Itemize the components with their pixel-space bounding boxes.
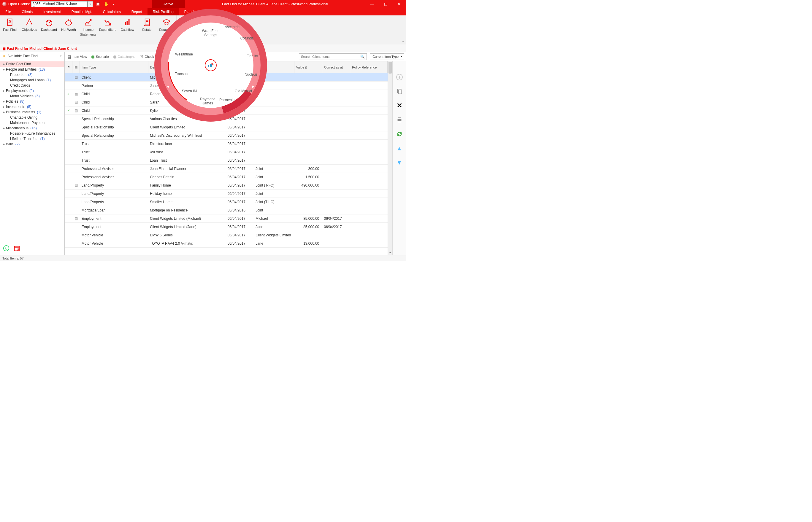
col-policy-reference[interactable]: Policy Reference (350, 61, 388, 73)
tree-miscellaneous[interactable]: ▶Miscellaneous (16) (0, 125, 64, 131)
menu-report[interactable]: Report (126, 8, 148, 16)
radial-prev-icon[interactable]: ◀ (167, 85, 169, 88)
menu-calculators[interactable]: Calculators (98, 8, 126, 16)
tree-charitable-giving[interactable]: Charitable Giving (0, 115, 64, 120)
radial-item-wrap-feed-settings[interactable]: Wrap Feed Settings (197, 29, 224, 37)
radial-item-ascentric[interactable]: Ascentric (219, 25, 246, 29)
ribbon-expenditure-button[interactable]: Expenditure (98, 17, 117, 32)
document-tab-icon: ▣ (2, 46, 6, 51)
tree-policies[interactable]: ▶Policies (8) (0, 99, 64, 104)
tree-properties[interactable]: Properties (3) (0, 72, 64, 77)
sidebar-dropdown-icon[interactable]: ▼ (60, 55, 62, 58)
table-row[interactable]: Special RelationshipClient Widgets Limit… (65, 123, 388, 132)
app-orb-icon[interactable] (2, 2, 6, 6)
tree-mortgages-and-loans[interactable]: Mortgages and Loans (1) (0, 77, 64, 83)
tree-maintenance-payments[interactable]: Maintenance Payments (0, 120, 64, 125)
table-row[interactable]: EmploymentClient Widgets Limited (Jane)0… (65, 223, 388, 231)
close-client-button[interactable] (95, 1, 101, 7)
radial-menu[interactable]: ◀ ▶ Wrap Feed SettingsAscentricCofundsFi… (154, 9, 267, 122)
minimize-button[interactable]: — (365, 0, 379, 8)
open-clients-dropdown[interactable]: 3055: Michael Client & Jane C... (31, 1, 88, 7)
menu-investment[interactable]: Investment (38, 8, 66, 16)
open-clients-dropdown-button[interactable]: ▼ (88, 1, 93, 7)
table-row[interactable]: TrustLoan Trust06/04/2017 (65, 156, 388, 165)
scroll-thumb[interactable] (388, 62, 392, 74)
table-row[interactable]: ▤EmploymentClient Widgets Limited (Micha… (65, 215, 388, 223)
menu-practice-mgt-[interactable]: Practice Mgt. (66, 8, 98, 16)
note-icon: ▤ (75, 217, 78, 221)
col-correct-as-at[interactable]: Correct as at (322, 61, 350, 73)
tree-entire-fact-find[interactable]: ▶Entire Fact Find (0, 61, 64, 67)
tree-investments[interactable]: ▶Investments (5) (0, 104, 64, 109)
table-row[interactable]: Land/PropertyHoliday home06/04/2017Joint (65, 189, 388, 198)
tree-credit-cards[interactable]: Credit Cards (0, 83, 64, 88)
move-up-button[interactable]: ▲ (395, 144, 404, 153)
scenario-button[interactable]: ◉Scenario (90, 54, 110, 60)
calendar-icon[interactable] (14, 245, 20, 253)
current-item-type-filter[interactable]: Current Item Type▼ (370, 54, 404, 60)
radial-item-old-mutual[interactable]: Old Mutual (230, 89, 257, 94)
close-button[interactable]: ✕ (392, 0, 406, 8)
ribbon-dashboard-button[interactable]: Dashboard (39, 17, 59, 32)
tree-employments[interactable]: ▶Employments (2) (0, 88, 64, 94)
radial-item-seven-im[interactable]: Seven IM (176, 89, 203, 94)
table-row[interactable]: ▤Land/PropertyFamily Home06/04/2017Joint… (65, 181, 388, 189)
fact-find-tree: ▶Entire Fact Find▶People and Entities (1… (0, 60, 64, 243)
ribbon-estate-button[interactable]: Estate (137, 17, 157, 32)
radial-item-transact[interactable]: Transact (168, 72, 195, 76)
table-row[interactable]: Land/PropertySmaller Home06/04/2017Joint… (65, 198, 388, 206)
col-flag-[interactable]: ▤ (73, 61, 80, 73)
tree-possible-future-inheritances[interactable]: Possible Future Inheritances (0, 131, 64, 136)
table-row[interactable]: Special RelationshipMichael's Discretion… (65, 132, 388, 140)
document-tab-title: Fact Find for Michael Client & Jane Clie… (7, 46, 77, 51)
table-row[interactable]: Professional AdviserJohn Financial-Plann… (65, 165, 388, 173)
radial-item-cofunds[interactable]: Cofunds (234, 37, 260, 41)
ribbon-fact-find-button[interactable]: Fact Find (0, 17, 20, 32)
radial-item-fidelity[interactable]: Fidelity (239, 54, 266, 58)
delete-button[interactable]: ✕ (395, 101, 404, 110)
radial-item-nucleus[interactable]: Nucleus (238, 73, 265, 77)
item-view-button[interactable]: ▦Item View (66, 54, 88, 60)
quick-access-dropdown[interactable]: ▾ (111, 1, 116, 7)
refresh-button[interactable]: ✋ (103, 1, 110, 7)
tree-business-interests[interactable]: ▶Business Interests (1) (0, 109, 64, 115)
col-flag-[interactable]: ⚑ (65, 61, 73, 73)
radial-item-wealthtime[interactable]: Wealthtime (171, 53, 197, 57)
ribbon-collapse-icon[interactable]: ⌃ (402, 40, 404, 44)
col-value-[interactable]: Value £ (294, 61, 322, 73)
scroll-down-icon[interactable]: ▼ (388, 250, 392, 255)
table-row[interactable]: Motor VehicleTOYOTA RAV4 2.0 V-matic06/0… (65, 239, 388, 248)
search-box[interactable]: 🔍 (299, 54, 367, 60)
search-icon[interactable]: 🔍 (359, 55, 367, 59)
menu-file[interactable]: File (0, 8, 16, 16)
table-row[interactable]: TrustDirectors loan06/04/2017 (65, 140, 388, 148)
table-row[interactable]: Professional AdviserCharles Brittain06/0… (65, 173, 388, 181)
ribbon-cashflow-button[interactable]: Cashflow (117, 17, 137, 32)
radial-item-raymond-james[interactable]: Raymond James (194, 97, 221, 106)
col-item-type[interactable]: Item Type (80, 61, 148, 73)
radial-center-button[interactable] (205, 59, 217, 71)
radial-next-icon[interactable]: ▶ (252, 85, 255, 88)
vertical-scrollbar[interactable]: ▲ ▼ (388, 61, 392, 255)
move-down-button[interactable]: ▼ (395, 158, 404, 167)
ribbon-objectives-button[interactable]: Objectives (20, 17, 39, 32)
sync-button[interactable] (395, 130, 404, 138)
print-button[interactable] (395, 116, 404, 124)
ribbon-income-button[interactable]: Income (78, 17, 98, 32)
table-row[interactable]: Trustwill trust06/04/2017 (65, 148, 388, 156)
tree-wills[interactable]: ▶Wills (2) (0, 141, 64, 147)
add-item-button[interactable] (395, 73, 404, 81)
table-row[interactable]: Mortgage/LoanMortgage on Residence06/04/… (65, 206, 388, 215)
catastrophe-button[interactable]: ◉Catastrophe (112, 54, 137, 60)
tree-lifetime-transfers[interactable]: Lifetime Transfers (1) (0, 136, 64, 141)
check-button[interactable]: ☑Check (138, 54, 155, 60)
whatsapp-icon[interactable] (3, 245, 9, 253)
context-tab-active[interactable]: Active (152, 0, 185, 8)
ribbon-net-worth-button[interactable]: Net Worth (59, 17, 78, 32)
copy-button[interactable] (395, 87, 404, 96)
tree-people-and-entities[interactable]: ▶People and Entities (13) (0, 67, 64, 72)
maximize-button[interactable]: ▢ (379, 0, 392, 8)
search-input[interactable] (299, 55, 359, 58)
tree-motor-vehicles[interactable]: Motor Vehicles (5) (0, 94, 64, 99)
table-row[interactable]: Motor VehicleBMW 5 Series06/04/2017Clien… (65, 231, 388, 239)
